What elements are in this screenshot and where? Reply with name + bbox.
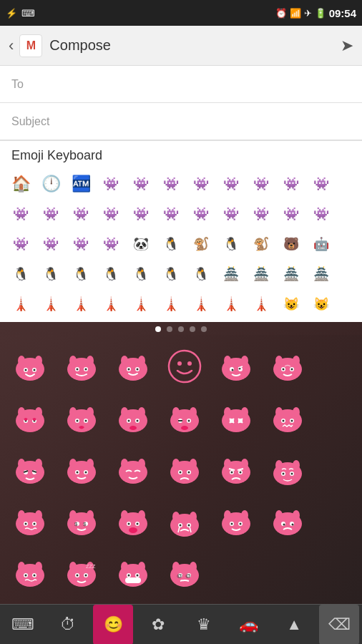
list-item[interactable]: 👾 [156, 199, 186, 229]
alarm-icon: ⏰ [275, 8, 287, 19]
list-item[interactable]: 🗼 [66, 289, 96, 319]
to-input[interactable] [54, 69, 351, 99]
list-item[interactable]: @ @ [159, 547, 210, 598]
list-item[interactable]: 👾 [36, 229, 66, 259]
list-item[interactable]: 🏯 [276, 259, 306, 289]
list-item[interactable]: 👾 [126, 169, 156, 199]
list-item[interactable] [4, 495, 56, 547]
list-item[interactable]: 🐧 [96, 259, 126, 289]
list-item[interactable] [4, 547, 56, 598]
backspace-btn[interactable]: ⌫ [319, 605, 359, 645]
list-item[interactable]: 👾 [6, 199, 36, 229]
crown-btn[interactable]: ♛ [184, 605, 224, 645]
car-btn[interactable]: 🚗 [229, 605, 269, 645]
list-item[interactable] [4, 341, 56, 392]
list-item[interactable]: 👾 [156, 169, 186, 199]
list-item[interactable]: 🗼 [156, 289, 186, 319]
list-item[interactable]: 🐧 [186, 259, 216, 289]
list-item[interactable]: 👾 [66, 199, 96, 229]
list-item[interactable] [159, 341, 210, 392]
list-item[interactable]: 😺 [276, 289, 306, 319]
list-item[interactable]: 😺 [306, 289, 336, 319]
list-item[interactable]: 🏯 [246, 259, 276, 289]
list-item[interactable]: 🐒 [186, 229, 216, 259]
list-item[interactable] [262, 341, 313, 392]
list-item[interactable]: 🗼 [216, 289, 246, 319]
list-item[interactable] [4, 392, 56, 444]
list-item[interactable]: 🏯 [216, 259, 246, 289]
back-button[interactable]: ‹ [9, 36, 14, 55]
flower-btn[interactable]: ✿ [138, 605, 178, 645]
list-item[interactable]: 🐻 [276, 229, 306, 259]
list-item[interactable] [107, 547, 159, 598]
list-item[interactable]: 👾 [276, 199, 306, 229]
keyboard-btn[interactable]: ⌨ [3, 605, 43, 645]
list-item[interactable]: 👾 [246, 199, 276, 229]
list-item[interactable]: 👾 [96, 199, 126, 229]
list-item[interactable] [262, 495, 313, 547]
list-item[interactable] [107, 392, 159, 444]
list-item[interactable]: 👾 [66, 229, 96, 259]
list-item[interactable]: 🗼 [126, 289, 156, 319]
list-item[interactable]: 👾 [96, 229, 126, 259]
emoji-btn[interactable]: 😊 [93, 605, 133, 645]
list-item[interactable]: 🐼 [126, 229, 156, 259]
list-item[interactable] [107, 444, 159, 495]
list-item[interactable]: 🐧 [156, 229, 186, 259]
list-item[interactable] [210, 341, 262, 392]
list-item[interactable]: 🗼 [96, 289, 126, 319]
list-item[interactable]: 👾 [96, 169, 126, 199]
list-item[interactable]: 🏠 [6, 169, 36, 199]
list-item[interactable]: 🗼 [36, 289, 66, 319]
list-item[interactable]: 🗼 [6, 289, 36, 319]
list-item[interactable] [210, 444, 262, 495]
list-item[interactable]: 🕛 [36, 169, 66, 199]
list-item[interactable]: 👾 [216, 199, 246, 229]
list-item[interactable]: 👾 [186, 169, 216, 199]
list-item[interactable]: 🗼 [246, 289, 276, 319]
list-item[interactable]: 🏧 [66, 169, 96, 199]
list-item[interactable] [210, 392, 262, 444]
list-item[interactable]: 🗼 [186, 289, 216, 319]
list-item[interactable]: 🐧 [216, 229, 246, 259]
list-item[interactable] [159, 392, 210, 444]
svg-point-92 [85, 472, 87, 474]
list-item[interactable] [262, 392, 313, 444]
list-item[interactable]: 👾 [216, 169, 246, 199]
list-item[interactable]: 👾 [6, 229, 36, 259]
history-btn[interactable]: ⏱ [48, 605, 88, 645]
list-item[interactable]: 🐒 [246, 229, 276, 259]
svg-point-94 [121, 459, 128, 469]
list-item[interactable] [159, 444, 210, 495]
list-item[interactable]: 🏯 [306, 259, 336, 289]
list-item[interactable]: 🐧 [156, 259, 186, 289]
list-item[interactable]: zzz [56, 547, 107, 598]
list-item[interactable] [56, 341, 107, 392]
svg-point-180 [128, 575, 130, 577]
list-item[interactable] [56, 392, 107, 444]
list-item[interactable]: 👾 [276, 169, 306, 199]
list-item[interactable]: 👾 [36, 199, 66, 229]
list-item[interactable]: 👾 [306, 199, 336, 229]
list-item[interactable] [107, 341, 159, 392]
list-item[interactable] [159, 495, 210, 547]
send-button[interactable]: ➤ [341, 36, 353, 55]
subject-input[interactable] [54, 107, 351, 137]
list-item[interactable]: 🐧 [66, 259, 96, 289]
list-item[interactable]: 👾 [186, 199, 216, 229]
list-item[interactable] [210, 495, 262, 547]
list-item[interactable]: 👾 [126, 199, 156, 229]
triangle-btn[interactable]: ▲ [274, 605, 314, 645]
list-item[interactable]: 🤖 [306, 229, 336, 259]
list-item[interactable]: 👾 [306, 169, 336, 199]
list-item[interactable] [4, 444, 56, 495]
list-item[interactable] [262, 444, 313, 495]
list-item[interactable] [107, 495, 159, 547]
list-item[interactable]: 🐧 [36, 259, 66, 289]
list-item[interactable]: 👾 [246, 169, 276, 199]
list-item[interactable]: 🐧 [126, 259, 156, 289]
list-item[interactable]: 🐧 [6, 259, 36, 289]
list-item[interactable]: $ $ [56, 495, 107, 547]
list-item[interactable] [56, 444, 107, 495]
svg-point-140 [172, 512, 180, 522]
